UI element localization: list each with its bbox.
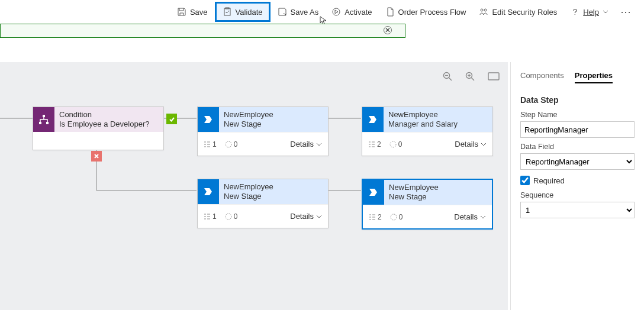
node-type-label: NewEmployee (224, 110, 323, 120)
condition-icon (33, 107, 54, 132)
svg-point-22 (226, 141, 231, 147)
required-checkbox[interactable] (520, 176, 530, 185)
zoom-in-icon[interactable] (465, 72, 475, 81)
svg-point-3 (481, 9, 483, 11)
stage-icon (198, 107, 219, 132)
node-type-label: NewEmployee (388, 110, 488, 120)
stage-icon (363, 180, 384, 205)
sequence-select[interactable]: 1 (520, 202, 635, 218)
chevron-down-icon (603, 9, 608, 15)
close-banner-button[interactable]: ✕ (384, 26, 392, 34)
svg-point-4 (484, 9, 487, 11)
edit-security-roles-button[interactable]: Edit Security Roles (473, 4, 563, 20)
steps-count: 1 (204, 212, 217, 221)
more-button[interactable]: ⋯ (616, 5, 637, 18)
step-name-input[interactable] (520, 121, 635, 138)
activate-label: Activate (344, 8, 372, 17)
svg-rect-0 (224, 8, 230, 15)
details-toggle[interactable]: Details (454, 212, 486, 221)
svg-point-24 (226, 214, 231, 219)
properties-panel: Components Properties Data Step Step Nam… (510, 62, 644, 310)
zoom-out-icon[interactable] (443, 72, 452, 81)
stage-node-4[interactable]: NewEmployee New Stage 2 0 Details (362, 179, 493, 230)
svg-rect-21 (46, 122, 49, 124)
node-subtitle-label: Manager and Salary (388, 120, 488, 129)
help-label: Help (583, 8, 599, 17)
data-field-select[interactable]: ReportingManager (520, 153, 635, 170)
svg-line-12 (449, 78, 452, 81)
svg-point-2 (333, 8, 340, 15)
tab-properties[interactable]: Properties (575, 71, 613, 83)
node-subtitle-label: New Stage (224, 120, 323, 129)
save-as-button[interactable]: Save As (272, 4, 325, 20)
save-label: Save (190, 8, 208, 17)
save-as-icon (278, 7, 287, 17)
help-icon (570, 7, 579, 17)
node-type-label: NewEmployee (224, 182, 323, 192)
node-type-label: Condition (59, 110, 159, 120)
details-toggle[interactable]: Details (290, 212, 322, 221)
document-icon (385, 7, 395, 17)
tab-components[interactable]: Components (520, 71, 564, 83)
steps-count: 1 (204, 140, 217, 148)
svg-point-23 (390, 141, 396, 147)
details-toggle[interactable]: Details (455, 140, 487, 148)
validation-banner: ✕ (0, 24, 405, 38)
svg-rect-18 (488, 73, 499, 80)
flows-count: 0 (389, 140, 402, 148)
condition-node[interactable]: Condition Is Employee a Developer? (33, 106, 164, 150)
fit-to-screen-icon[interactable] (488, 72, 500, 81)
details-toggle[interactable]: Details (290, 140, 322, 148)
clipboard-check-icon (223, 7, 232, 17)
stage-node-1[interactable]: NewEmployee New Stage 1 0 Details (197, 106, 329, 156)
branch-yes-badge (166, 114, 177, 124)
steps-count: 2 (368, 140, 381, 148)
order-process-flow-button[interactable]: Order Process Flow (379, 4, 472, 20)
panel-heading: Data Step (520, 95, 635, 105)
flows-count: 0 (225, 140, 238, 148)
svg-line-15 (472, 78, 475, 81)
validate-button[interactable]: Validate (215, 2, 271, 22)
save-as-label: Save As (291, 8, 319, 17)
help-button[interactable]: Help (564, 4, 614, 20)
activate-button[interactable]: Activate (326, 4, 378, 20)
node-subtitle-label: New Stage (389, 192, 487, 202)
node-type-label: NewEmployee (389, 183, 487, 192)
svg-point-25 (391, 214, 397, 220)
panel-tabs: Components Properties (511, 62, 644, 89)
stage-node-3[interactable]: NewEmployee New Stage 1 0 Details (197, 179, 329, 228)
steps-count: 2 (369, 213, 382, 221)
process-canvas[interactable]: Condition Is Employee a Developer? NewEm… (0, 62, 508, 310)
order-label: Order Process Flow (398, 8, 466, 17)
svg-rect-19 (43, 115, 45, 117)
svg-rect-20 (39, 122, 41, 124)
sequence-label: Sequence (520, 191, 635, 199)
branch-no-badge (91, 151, 102, 162)
stage-icon (362, 107, 384, 132)
activate-icon (331, 7, 341, 17)
save-button[interactable]: Save (171, 4, 214, 20)
required-label: Required (533, 176, 565, 185)
save-icon (177, 7, 186, 17)
canvas-toolbar (443, 72, 500, 81)
people-icon (479, 7, 488, 17)
node-subtitle-label: New Stage (224, 192, 323, 201)
step-name-label: Step Name (520, 111, 635, 119)
flows-count: 0 (225, 212, 238, 221)
roles-label: Edit Security Roles (492, 8, 557, 17)
data-field-label: Data Field (520, 143, 635, 151)
node-subtitle-label: Is Employee a Developer? (59, 120, 159, 129)
validate-label: Validate (236, 8, 263, 17)
stage-icon (198, 179, 219, 204)
stage-node-2[interactable]: NewEmployee Manager and Salary 2 0 Detai… (362, 106, 493, 156)
flows-count: 0 (390, 213, 403, 221)
